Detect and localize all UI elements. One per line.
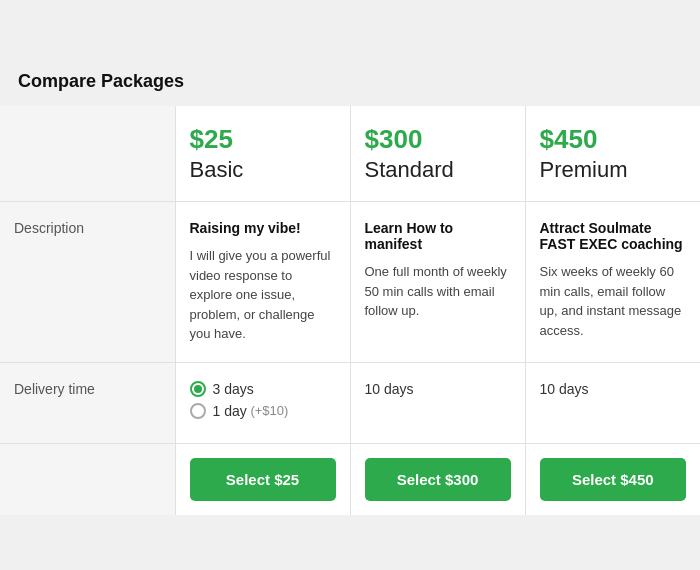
radio-3days-icon[interactable] <box>190 381 206 397</box>
basic-delivery-option-3days[interactable]: 3 days <box>190 381 336 397</box>
header-label-col <box>0 106 175 202</box>
standard-desc-text: One full month of weekly 50 min calls wi… <box>365 262 511 321</box>
standard-delivery-text: 10 days <box>365 381 511 397</box>
standard-price: $300 <box>365 124 511 155</box>
premium-delivery-text: 10 days <box>540 381 687 397</box>
basic-price: $25 <box>190 124 336 155</box>
package-header-basic: $25 Basic <box>175 106 350 202</box>
premium-btn-cell: Select $450 <box>525 443 700 515</box>
standard-desc-cell: Learn How to manifest One full month of … <box>350 202 525 363</box>
select-basic-button[interactable]: Select $25 <box>190 458 336 501</box>
basic-delivery-cell: 3 days 1 day (+$10) <box>175 362 350 443</box>
package-header-premium: $450 Premium <box>525 106 700 202</box>
premium-desc-text: Six weeks of weekly 60 min calls, email … <box>540 262 687 340</box>
btn-label-col <box>0 443 175 515</box>
button-row: Select $25 Select $300 Select $450 <box>0 443 700 515</box>
standard-btn-cell: Select $300 <box>350 443 525 515</box>
packages-table: $25 Basic $300 Standard $450 Premium Des… <box>0 106 700 515</box>
compare-packages: Compare Packages $25 Basic $300 Standard… <box>0 55 700 515</box>
basic-name: Basic <box>190 157 336 183</box>
header-row: $25 Basic $300 Standard $450 Premium <box>0 106 700 202</box>
radio-1day-icon[interactable] <box>190 403 206 419</box>
select-standard-button[interactable]: Select $300 <box>365 458 511 501</box>
delivery-label: Delivery time <box>0 362 175 443</box>
package-header-standard: $300 Standard <box>350 106 525 202</box>
standard-delivery-cell: 10 days <box>350 362 525 443</box>
basic-delivery-option-1day[interactable]: 1 day (+$10) <box>190 403 336 419</box>
basic-btn-cell: Select $25 <box>175 443 350 515</box>
basic-desc-cell: Raising my vibe! I will give you a power… <box>175 202 350 363</box>
standard-name: Standard <box>365 157 511 183</box>
premium-desc-bold: Attract Soulmate FAST EXEC coaching <box>540 220 687 252</box>
standard-desc-bold: Learn How to manifest <box>365 220 511 252</box>
premium-desc-cell: Attract Soulmate FAST EXEC coaching Six … <box>525 202 700 363</box>
basic-3days-label: 3 days <box>213 381 254 397</box>
basic-1day-extra: (+$10) <box>247 403 289 418</box>
premium-price: $450 <box>540 124 687 155</box>
description-label: Description <box>0 202 175 363</box>
premium-name: Premium <box>540 157 687 183</box>
premium-delivery-cell: 10 days <box>525 362 700 443</box>
page-title: Compare Packages <box>0 55 700 106</box>
select-premium-button[interactable]: Select $450 <box>540 458 687 501</box>
description-row: Description Raising my vibe! I will give… <box>0 202 700 363</box>
basic-delivery-options: 3 days 1 day (+$10) <box>190 381 336 419</box>
delivery-row: Delivery time 3 days 1 day (+$10) <box>0 362 700 443</box>
basic-desc-text: I will give you a powerful video respons… <box>190 246 336 344</box>
basic-1day-label: 1 day <box>213 403 247 419</box>
basic-desc-bold: Raising my vibe! <box>190 220 336 236</box>
